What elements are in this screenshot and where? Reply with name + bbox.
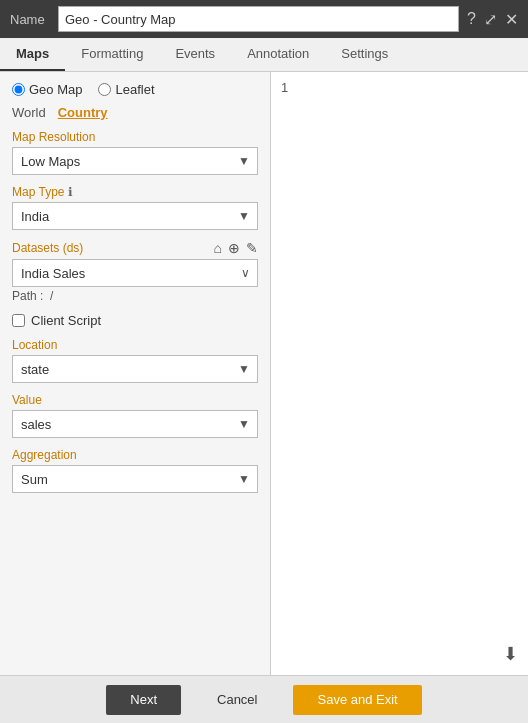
datasets-label: Datasets (ds) — [12, 241, 83, 255]
aggregation-label: Aggregation — [12, 448, 258, 462]
datasets-section: Datasets (ds) ⌂ ⊕ ✎ India Sales ∨ Path :… — [12, 240, 258, 303]
cancel-button[interactable]: Cancel — [193, 685, 281, 715]
path-row: Path : / — [12, 289, 258, 303]
help-icon[interactable]: ? — [467, 10, 476, 28]
map-resolution-label: Map Resolution — [12, 130, 258, 144]
datasets-select[interactable]: India Sales — [12, 259, 258, 287]
tab-settings[interactable]: Settings — [325, 38, 404, 71]
radio-leaflet[interactable]: Leaflet — [98, 82, 154, 97]
tab-bar: Maps Formatting Events Annotation Settin… — [0, 38, 528, 72]
client-script-row: Client Script — [12, 313, 258, 328]
map-resolution-section: Map Resolution Low Maps Medium Maps High… — [12, 130, 258, 175]
value-label: Value — [12, 393, 258, 407]
location-section: Location state city region ▼ — [12, 338, 258, 383]
client-script-checkbox[interactable] — [12, 314, 25, 327]
value-select-wrapper: sales quantity revenue ▼ — [12, 410, 258, 438]
world-tab[interactable]: World — [12, 105, 46, 120]
datasets-add-icon[interactable]: ⊕ — [228, 240, 240, 256]
path-label: Path : — [12, 289, 47, 303]
map-resolution-select-wrapper: Low Maps Medium Maps High Maps ▼ — [12, 147, 258, 175]
download-icon[interactable]: ⬇ — [503, 643, 518, 665]
datasets-select-wrapper: India Sales ∨ — [12, 259, 258, 287]
datasets-home-icon[interactable]: ⌂ — [214, 240, 222, 256]
location-select-wrapper: state city region ▼ — [12, 355, 258, 383]
client-script-label: Client Script — [31, 313, 101, 328]
save-exit-button[interactable]: Save and Exit — [293, 685, 421, 715]
right-panel: 1 ⬇ — [270, 72, 528, 675]
aggregation-select-wrapper: Sum Count Average Min Max ▼ — [12, 465, 258, 493]
map-type-select-wrapper: India USA China Brazil ▼ — [12, 202, 258, 230]
value-select[interactable]: sales quantity revenue — [12, 410, 258, 438]
title-input[interactable] — [58, 6, 459, 32]
tab-maps[interactable]: Maps — [0, 38, 65, 71]
content-area: Geo Map Leaflet World Country Map Resolu… — [0, 72, 528, 675]
header-icons: ? ⤢ ✕ — [467, 10, 518, 29]
value-section: Value sales quantity revenue ▼ — [12, 393, 258, 438]
next-button[interactable]: Next — [106, 685, 181, 715]
left-panel: Geo Map Leaflet World Country Map Resolu… — [0, 72, 270, 675]
map-resolution-select[interactable]: Low Maps Medium Maps High Maps — [12, 147, 258, 175]
preview-number: 1 — [281, 80, 288, 95]
country-tab[interactable]: Country — [58, 105, 108, 120]
location-select[interactable]: state city region — [12, 355, 258, 383]
datasets-icons: ⌂ ⊕ ✎ — [214, 240, 258, 256]
map-type-select[interactable]: India USA China Brazil — [12, 202, 258, 230]
header: Name ? ⤢ ✕ — [0, 0, 528, 38]
aggregation-select[interactable]: Sum Count Average Min Max — [12, 465, 258, 493]
scope-link-tabs: World Country — [12, 105, 258, 120]
tab-annotation[interactable]: Annotation — [231, 38, 325, 71]
footer: Next Cancel Save and Exit — [0, 675, 528, 723]
datasets-row: Datasets (ds) ⌂ ⊕ ✎ — [12, 240, 258, 256]
move-icon[interactable]: ⤢ — [484, 10, 497, 29]
close-icon[interactable]: ✕ — [505, 10, 518, 29]
leaflet-label: Leaflet — [115, 82, 154, 97]
map-type-label: Map Type ℹ — [12, 185, 258, 199]
tab-formatting[interactable]: Formatting — [65, 38, 159, 71]
datasets-edit-icon[interactable]: ✎ — [246, 240, 258, 256]
geo-map-label: Geo Map — [29, 82, 82, 97]
tab-events[interactable]: Events — [159, 38, 231, 71]
location-label: Location — [12, 338, 258, 352]
map-type-radio-group: Geo Map Leaflet — [12, 82, 258, 97]
name-label: Name — [10, 12, 50, 27]
aggregation-section: Aggregation Sum Count Average Min Max ▼ — [12, 448, 258, 493]
path-value: / — [50, 289, 53, 303]
map-type-info-icon: ℹ — [68, 185, 73, 199]
radio-geo-map[interactable]: Geo Map — [12, 82, 82, 97]
map-type-section: Map Type ℹ India USA China Brazil ▼ — [12, 185, 258, 230]
